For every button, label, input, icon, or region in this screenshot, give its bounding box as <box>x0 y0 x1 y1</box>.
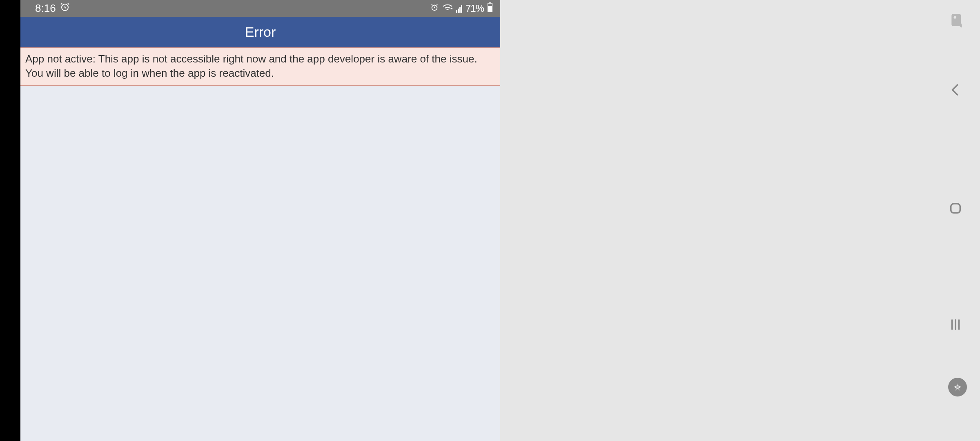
content-area <box>20 86 500 441</box>
svg-rect-4 <box>488 6 492 11</box>
alarm-icon <box>60 2 70 15</box>
svg-point-12 <box>958 386 960 388</box>
alarm-icon-small <box>430 3 439 14</box>
error-message: App not active: This app is not accessib… <box>25 53 477 79</box>
floating-assistant-icon[interactable] <box>948 11 967 30</box>
android-status-bar[interactable]: 8:16 <box>20 0 500 17</box>
left-black-bar <box>0 0 20 441</box>
battery-icon <box>487 2 493 15</box>
app-header: Error <box>20 17 500 47</box>
error-banner: App not active: This app is not accessib… <box>20 47 500 86</box>
status-bar-left: 8:16 <box>35 2 70 15</box>
svg-point-6 <box>954 16 956 18</box>
android-nav-sidebar <box>500 0 980 441</box>
nav-home-button[interactable] <box>947 200 964 216</box>
signal-icon <box>456 4 462 13</box>
page-title: Error <box>245 24 276 40</box>
nav-recents-button[interactable] <box>947 316 964 333</box>
status-time: 8:16 <box>35 2 56 15</box>
phone-screen: 8:16 <box>20 0 500 441</box>
battery-percent: 71% <box>466 3 484 14</box>
nav-back-button[interactable] <box>947 82 964 98</box>
floating-game-icon[interactable] <box>948 378 967 396</box>
wifi-icon <box>442 3 453 14</box>
status-bar-right: 71% <box>430 2 493 15</box>
svg-rect-7 <box>951 204 960 213</box>
svg-point-11 <box>955 386 957 388</box>
